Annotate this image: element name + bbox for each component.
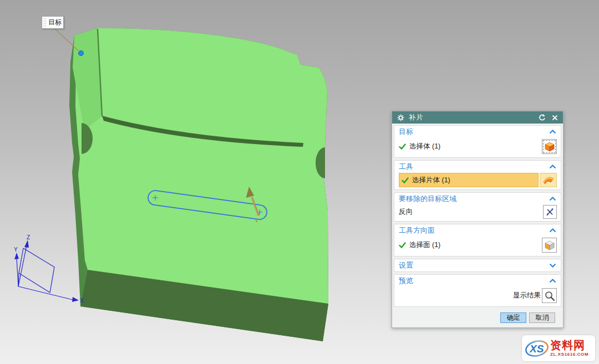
section-region-to-remove: 要移除的目标区域 反向 [394, 192, 561, 222]
patch-dialog: 补片 目标 [392, 111, 564, 328]
section-title: 预览 [399, 276, 549, 286]
check-icon [399, 242, 406, 248]
section-title: 设置 [399, 260, 549, 270]
select-face-row[interactable]: 选择面 (1) [394, 237, 561, 256]
target-selection-point[interactable] [79, 51, 84, 56]
highlighted-selection-row[interactable]: 选择片体 (1) [399, 173, 539, 187]
magnifier-icon [544, 290, 555, 301]
axis-label-x: X [80, 298, 84, 304]
chevron-up-icon[interactable] [549, 197, 556, 201]
chevron-down-icon[interactable] [549, 263, 556, 268]
ok-button[interactable]: 确定 [500, 312, 526, 323]
chevron-up-icon[interactable] [549, 165, 556, 169]
face-icon [544, 240, 555, 251]
section-settings: 设置 [394, 259, 561, 272]
target-tag[interactable]: 目标 [42, 16, 64, 29]
show-result-button[interactable] [542, 288, 557, 303]
section-target: 目标 选择体 (1) [394, 125, 561, 158]
solid-body-icon [544, 141, 555, 152]
reverse-label: 反向 [399, 207, 413, 217]
reverse-direction-row[interactable]: 反向 [394, 205, 561, 221]
section-title: 目标 [399, 127, 549, 137]
axis-label-z: Z [27, 234, 30, 240]
show-result-label: 显示结果 [513, 291, 541, 300]
check-icon [402, 177, 409, 183]
select-face-label: 选择面 (1) [409, 240, 440, 250]
watermark-logo: XS [524, 337, 550, 360]
selection-dashed-border [543, 140, 556, 153]
model-front-face[interactable] [75, 28, 328, 304]
cancel-button[interactable]: 取消 [529, 312, 555, 323]
select-body-label: 选择体 (1) [409, 142, 440, 151]
select-body-row[interactable]: 选择体 (1) [394, 138, 561, 157]
dialog-titlebar[interactable]: 补片 [392, 111, 563, 124]
sheet-body-icon [542, 175, 555, 185]
reset-icon[interactable] [537, 113, 546, 122]
reverse-direction-icon [545, 207, 555, 217]
section-title: 工具方向面 [399, 225, 549, 235]
check-icon [399, 143, 406, 150]
axis-label-y: Y [14, 247, 18, 253]
sheet-body-button[interactable] [540, 173, 557, 187]
dialog-title: 补片 [409, 113, 424, 122]
section-header-target[interactable]: 目标 [394, 126, 561, 138]
section-title: 工具 [399, 162, 549, 172]
dialog-footer: 确定 取消 [394, 309, 561, 325]
face-select-button[interactable] [542, 238, 557, 253]
target-tag-label: 目标 [48, 18, 62, 27]
tag-grip-handle[interactable] [43, 18, 47, 27]
section-header-tool[interactable]: 工具 [394, 161, 561, 173]
section-preview: 预览 显示结果 [394, 274, 561, 307]
section-title: 要移除的目标区域 [399, 194, 549, 204]
solid-body-button[interactable] [542, 139, 557, 154]
watermark-logo-text: XS [529, 343, 544, 355]
chevron-up-icon[interactable] [549, 228, 556, 233]
wcs-triad[interactable] [14, 240, 79, 302]
section-header-preview[interactable]: 预览 [394, 275, 561, 287]
watermark-site-name: 资料网 [550, 340, 588, 351]
chevron-up-icon[interactable] [549, 130, 556, 134]
watermark-site-url: ZL.XS1616.COM [550, 352, 588, 357]
section-header-region[interactable]: 要移除的目标区域 [394, 193, 561, 205]
section-tool: 工具 选择片体 (1) [394, 160, 561, 190]
dialog-body: 目标 选择体 (1) [392, 124, 563, 327]
chevron-up-icon[interactable] [549, 279, 556, 283]
show-result-row: 显示结果 [394, 287, 561, 306]
reverse-direction-button[interactable] [543, 205, 557, 219]
section-header-settings[interactable]: 设置 [394, 259, 561, 271]
watermark: XS 资料网 ZL.XS1616.COM [522, 335, 595, 361]
gear-icon[interactable] [396, 113, 405, 122]
select-sheet-row[interactable]: 选择片体 (1) [394, 173, 561, 189]
section-tool-direction-face: 工具方向面 选择面 (1) [394, 224, 561, 257]
select-sheet-label: 选择片体 (1) [412, 176, 450, 185]
cad-application-window: X Z Y 目标 补片 [0, 0, 599, 364]
section-header-direction-face[interactable]: 工具方向面 [394, 224, 561, 237]
close-icon[interactable] [550, 113, 559, 122]
